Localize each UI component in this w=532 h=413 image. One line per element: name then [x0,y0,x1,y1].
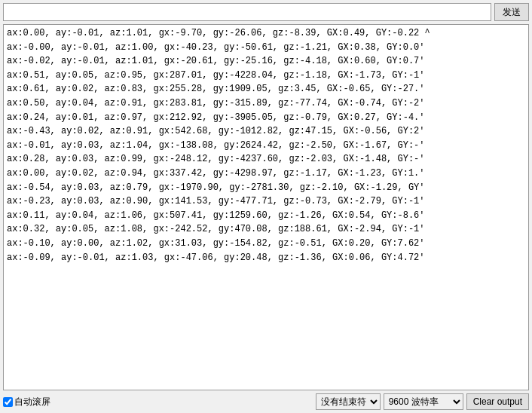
output-line: ax:-0.02, ay:-0.01, az:1.01, gx:-20.61, … [7,54,525,69]
output-line: ax:-0.23, ay:0.03, az:0.90, gx:141.53, g… [7,194,525,209]
auto-scroll-label[interactable]: 自动滚屏 [3,396,50,408]
auto-scroll-checkbox[interactable] [3,397,13,407]
top-bar: 发送 [0,0,532,24]
send-button[interactable]: 发送 [494,3,529,21]
output-line: ax:-0.43, ay:0.02, az:0.91, gx:542.68, g… [7,124,525,139]
output-line: ax:0.24, ay:0.01, az:0.97, gx:212.92, gy… [7,111,525,125]
auto-scroll-text: 自动滚屏 [14,396,50,408]
output-line: ax:0.28, ay:0.03, az:0.99, gx:-248.12, g… [7,152,525,167]
output-line: ax:-0.00, ay:-0.01, az:1.00, gx:-40.23, … [7,41,525,55]
output-line: ax:-0.01, ay:0.03, az:1.04, gx:-138.08, … [7,139,525,153]
output-line: ax:-0.09, ay:-0.01, az:1.03, gx:-47.06, … [7,251,525,265]
clear-output-button[interactable]: Clear output [466,393,529,410]
output-line: ax:0.00, ay:-0.01, az:1.01, gx:-9.70, gy… [7,26,525,41]
main-container: 发送 ax:0.00, ay:-0.01, az:1.01, gx:-9.70,… [0,0,532,413]
output-line: ax:0.00, ay:0.02, az:0.94, gx:337.42, gy… [7,167,525,181]
output-line: ax:0.11, ay:0.04, az:1.06, gx:507.41, gy… [7,209,525,223]
output-line: ax:0.51, ay:0.05, az:0.95, gx:287.01, gy… [7,69,525,83]
output-line: ax:0.32, ay:0.05, az:1.08, gx:-242.52, g… [7,222,525,237]
endline-select[interactable]: 没有结束符换行符回车符回车换行符 [316,393,381,410]
output-line: ax:-0.54, ay:0.03, az:0.79, gx:-1970.90,… [7,181,525,195]
output-line: ax:-0.10, ay:0.00, az:1.02, gx:31.03, gy… [7,237,525,251]
bottom-bar: 自动滚屏 没有结束符换行符回车符回车换行符 9600 波特率4800 波特率19… [0,390,532,413]
baudrate-select[interactable]: 9600 波特率4800 波特率19200 波特率38400 波特率57600 … [384,393,463,410]
output-area[interactable]: ax:0.00, ay:-0.01, az:1.01, gx:-9.70, gy… [3,24,529,390]
output-line: ax:0.61, ay:0.02, az:0.83, gx:255.28, gy… [7,82,525,96]
send-input[interactable] [3,3,491,21]
output-line: ax:0.50, ay:0.04, az:0.91, gx:283.81, gy… [7,96,525,111]
